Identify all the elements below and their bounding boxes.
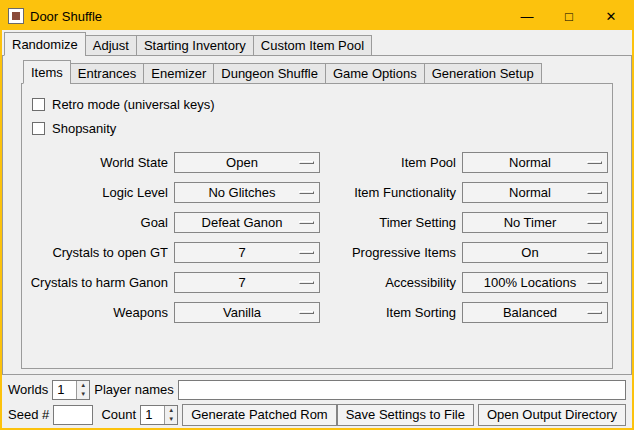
- retro-mode-checkbox[interactable]: [32, 98, 45, 111]
- spin-down-icon[interactable]: ▼: [77, 390, 89, 399]
- seed-row: Seed # Count 1 ▲ ▼ Generate Patched Rom …: [8, 403, 626, 426]
- dropdown-indicator-icon: [587, 251, 602, 254]
- app-icon: [8, 8, 24, 24]
- worlds-label: Worlds: [8, 382, 48, 397]
- generate-patched-rom-button[interactable]: Generate Patched Rom: [182, 404, 337, 426]
- worlds-value: 1: [53, 381, 76, 399]
- crystals-gt-dropdown[interactable]: 7: [174, 242, 320, 263]
- dropdown-indicator-icon: [299, 251, 314, 254]
- dropdown-indicator-icon: [587, 221, 602, 224]
- count-spin-arrows: ▲ ▼: [164, 406, 177, 424]
- tab-adjust[interactable]: Adjust: [85, 35, 137, 56]
- tab-starting-inventory[interactable]: Starting Inventory: [136, 35, 254, 56]
- crystals-ganon-label: Crystals to harm Ganon: [28, 275, 168, 290]
- item-sorting-label: Item Sorting: [326, 305, 456, 320]
- crystals-ganon-dropdown[interactable]: 7: [174, 272, 320, 293]
- dropdown-indicator-icon: [587, 161, 602, 164]
- tab-generation-setup[interactable]: Generation Setup: [424, 63, 542, 84]
- tab-randomize[interactable]: Randomize: [4, 32, 86, 56]
- dropdown-indicator-icon: [299, 191, 314, 194]
- dropdown-indicator-icon: [299, 311, 314, 314]
- dropdown-indicator-icon: [299, 281, 314, 284]
- minimize-button[interactable]: —: [506, 2, 548, 30]
- shopsanity-label: Shopsanity: [52, 121, 116, 136]
- accessibility-dropdown[interactable]: 100% Locations: [462, 272, 608, 293]
- crystals-gt-value: 7: [175, 245, 319, 260]
- save-settings-button[interactable]: Save Settings to File: [337, 404, 474, 426]
- item-pool-label: Item Pool: [326, 155, 456, 170]
- tab-items[interactable]: Items: [23, 60, 71, 84]
- titlebar[interactable]: Door Shuffle — □ ✕: [2, 2, 632, 30]
- shopsanity-row: Shopsanity: [32, 116, 612, 140]
- dropdown-indicator-icon: [299, 161, 314, 164]
- logic-level-value: No Glitches: [175, 185, 319, 200]
- options-grid: World State Open Item Pool Normal Logic …: [28, 152, 612, 323]
- world-state-dropdown[interactable]: Open: [174, 152, 320, 173]
- retro-mode-row: Retro mode (universal keys): [32, 92, 612, 116]
- spin-down-icon[interactable]: ▼: [165, 415, 177, 424]
- accessibility-label: Accessibility: [326, 275, 456, 290]
- items-pane: Retro mode (universal keys) Shopsanity W…: [21, 83, 613, 369]
- world-state-value: Open: [175, 155, 319, 170]
- count-spinbox[interactable]: 1 ▲ ▼: [140, 405, 178, 425]
- progressive-items-label: Progressive Items: [326, 245, 456, 260]
- window-title: Door Shuffle: [30, 9, 506, 24]
- crystals-ganon-value: 7: [175, 275, 319, 290]
- timer-setting-dropdown[interactable]: No Timer: [462, 212, 608, 233]
- tab-game-options[interactable]: Game Options: [325, 63, 425, 84]
- door-shuffle-window: Door Shuffle — □ ✕ Randomize Adjust Star…: [0, 0, 634, 430]
- tab-custom-item-pool[interactable]: Custom Item Pool: [253, 35, 372, 56]
- footer: Worlds 1 ▲ ▼ Player names Seed # Count 1…: [2, 375, 632, 428]
- open-output-directory-button[interactable]: Open Output Directory: [478, 404, 626, 426]
- count-label: Count: [101, 407, 136, 422]
- accessibility-value: 100% Locations: [463, 275, 607, 290]
- shopsanity-checkbox[interactable]: [32, 122, 45, 135]
- timer-setting-label: Timer Setting: [326, 215, 456, 230]
- sub-tab-bar: Items Entrances Enemizer Dungeon Shuffle…: [21, 60, 613, 83]
- retro-mode-label: Retro mode (universal keys): [52, 97, 215, 112]
- main-tab-bar: Randomize Adjust Starting Inventory Cust…: [2, 32, 632, 55]
- item-functionality-label: Item Functionality: [326, 185, 456, 200]
- logic-level-dropdown[interactable]: No Glitches: [174, 182, 320, 203]
- player-names-label: Player names: [94, 382, 173, 397]
- item-pool-value: Normal: [463, 155, 607, 170]
- item-pool-dropdown[interactable]: Normal: [462, 152, 608, 173]
- dropdown-indicator-icon: [587, 191, 602, 194]
- timer-setting-value: No Timer: [463, 215, 607, 230]
- item-functionality-value: Normal: [463, 185, 607, 200]
- weapons-value: Vanilla: [175, 305, 319, 320]
- worlds-spin-arrows: ▲ ▼: [76, 381, 89, 399]
- seed-label: Seed #: [8, 407, 49, 422]
- randomize-pane: Items Entrances Enemizer Dungeon Shuffle…: [2, 55, 632, 375]
- close-button[interactable]: ✕: [590, 2, 632, 30]
- tab-dungeon-shuffle[interactable]: Dungeon Shuffle: [213, 63, 326, 84]
- crystals-gt-label: Crystals to open GT: [28, 245, 168, 260]
- goal-label: Goal: [28, 215, 168, 230]
- worlds-spinbox[interactable]: 1 ▲ ▼: [52, 380, 90, 400]
- window-controls: — □ ✕: [506, 2, 632, 30]
- spin-up-icon[interactable]: ▲: [77, 381, 89, 390]
- dropdown-indicator-icon: [587, 311, 602, 314]
- worlds-row: Worlds 1 ▲ ▼ Player names: [8, 378, 626, 401]
- logic-level-label: Logic Level: [28, 185, 168, 200]
- weapons-dropdown[interactable]: Vanilla: [174, 302, 320, 323]
- count-value: 1: [141, 406, 164, 424]
- item-sorting-dropdown[interactable]: Balanced: [462, 302, 608, 323]
- item-functionality-dropdown[interactable]: Normal: [462, 182, 608, 203]
- maximize-button[interactable]: □: [548, 2, 590, 30]
- item-sorting-value: Balanced: [463, 305, 607, 320]
- tab-entrances[interactable]: Entrances: [70, 63, 145, 84]
- tab-enemizer[interactable]: Enemizer: [143, 63, 214, 84]
- world-state-label: World State: [28, 155, 168, 170]
- weapons-label: Weapons: [28, 305, 168, 320]
- goal-dropdown[interactable]: Defeat Ganon: [174, 212, 320, 233]
- dropdown-indicator-icon: [299, 221, 314, 224]
- dropdown-indicator-icon: [587, 281, 602, 284]
- progressive-items-value: On: [463, 245, 607, 260]
- spin-up-icon[interactable]: ▲: [165, 406, 177, 415]
- seed-input[interactable]: [53, 405, 93, 425]
- player-names-input[interactable]: [178, 380, 626, 400]
- progressive-items-dropdown[interactable]: On: [462, 242, 608, 263]
- goal-value: Defeat Ganon: [175, 215, 319, 230]
